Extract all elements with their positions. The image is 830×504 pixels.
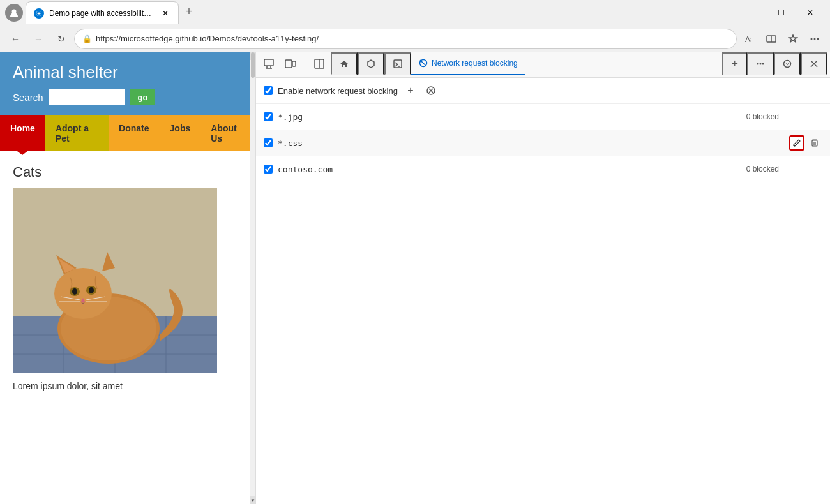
profile-icon[interactable] <box>5 4 23 22</box>
blocking-header: Enable network request blocking + <box>256 78 830 104</box>
address-text: https://microsoftedge.github.io/Demos/de… <box>96 34 728 43</box>
svg-point-45 <box>757 63 759 65</box>
devtools-tabs: Network request blocking + ? <box>331 52 827 77</box>
pattern-status-jpg: 0 blocked <box>746 112 779 121</box>
pattern-text-contoso: contoso.com <box>278 165 741 174</box>
tab-network-request-blocking[interactable]: Network request blocking <box>411 52 525 75</box>
search-input[interactable] <box>49 89 125 105</box>
site-title: Animal shelter <box>13 63 243 82</box>
nav-item-home[interactable]: Home <box>0 115 45 151</box>
svg-rect-31 <box>264 59 273 66</box>
svg-line-41 <box>395 64 398 66</box>
titlebar-left: Demo page with accessibility iss... ✕ + <box>5 1 734 24</box>
pattern-actions-css <box>789 135 822 151</box>
browser-window: Demo page with accessibility iss... ✕ + … <box>0 0 830 504</box>
refresh-button[interactable]: ↻ <box>51 29 72 49</box>
window-controls: — ☐ ✕ <box>737 3 825 23</box>
maximize-button[interactable]: ☐ <box>766 3 796 23</box>
svg-text:Aᵢ: Aᵢ <box>745 35 751 44</box>
close-devtools-button[interactable] <box>801 52 827 75</box>
split-view-button[interactable] <box>309 52 329 75</box>
scrollbar-thumb[interactable] <box>251 52 255 78</box>
pattern-text-jpg: *.jpg <box>278 112 741 122</box>
more-tabs-button[interactable] <box>747 52 774 75</box>
tab-title: Demo page with accessibility iss... <box>49 9 155 18</box>
svg-rect-61 <box>812 140 817 146</box>
forward-button[interactable]: → <box>28 29 49 49</box>
help-button[interactable]: ? <box>774 52 801 75</box>
read-aloud-icon[interactable]: Aᵢ <box>739 29 760 49</box>
clear-patterns-button[interactable] <box>423 83 439 98</box>
nav-item-jobs[interactable]: Jobs <box>160 115 201 151</box>
inspect-element-button[interactable] <box>259 52 279 75</box>
devtools-panel: Network request blocking + ? <box>255 52 830 504</box>
scrollbar[interactable]: ▲ ▼ <box>250 52 255 504</box>
delete-pattern-css-button[interactable] <box>807 135 822 151</box>
cats-title: Cats <box>13 164 243 181</box>
pattern-checkbox-css[interactable] <box>264 138 273 147</box>
svg-text:?: ? <box>786 61 789 68</box>
site-header: Animal shelter Search go <box>0 52 255 115</box>
add-pattern-button[interactable]: + <box>403 83 418 98</box>
lock-icon: 🔒 <box>82 34 92 43</box>
nav-item-adopt[interactable]: Adopt a Pet <box>45 115 109 151</box>
svg-rect-39 <box>394 60 402 68</box>
browser-tab[interactable]: Demo page with accessibility iss... ✕ <box>26 1 179 24</box>
tab-favicon <box>34 8 44 19</box>
edit-pattern-contoso-button[interactable] <box>789 161 804 177</box>
address-box[interactable]: 🔒 https://microsoftedge.github.io/Demos/… <box>74 29 737 49</box>
nav-menu: Home Adopt a Pet Donate Jobs About Us <box>0 115 255 151</box>
svg-point-5 <box>811 38 813 40</box>
tab-elements[interactable] <box>358 52 384 75</box>
svg-point-24 <box>72 288 77 295</box>
enable-blocking-label: Enable network request blocking <box>278 86 398 96</box>
blocking-row-jpg: *.jpg 0 blocked <box>256 104 830 130</box>
blocking-row-css: *.css <box>256 130 830 156</box>
edit-pattern-jpg-button[interactable] <box>789 109 804 124</box>
back-button[interactable]: ← <box>5 29 26 49</box>
search-label: Search <box>13 92 43 103</box>
delete-pattern-contoso-button[interactable] <box>807 161 822 177</box>
page-content: Cats <box>0 151 255 404</box>
pattern-text-css: *.css <box>278 138 774 148</box>
scroll-down-arrow[interactable]: ▼ <box>250 496 255 504</box>
favorites-icon[interactable] <box>783 29 803 49</box>
svg-point-47 <box>762 63 764 65</box>
minimize-button[interactable]: — <box>737 3 766 23</box>
blocking-row-contoso: contoso.com 0 blocked <box>256 156 830 182</box>
devtools-toolbar: Network request blocking + ? <box>256 52 830 78</box>
nav-item-about[interactable]: About Us <box>200 115 255 151</box>
new-tab-button[interactable]: + <box>179 1 199 22</box>
device-emulation-button[interactable] <box>280 52 301 75</box>
pattern-status-contoso: 0 blocked <box>746 165 779 174</box>
tab-network-request-blocking-label: Network request blocking <box>432 59 518 68</box>
delete-pattern-jpg-button[interactable] <box>807 109 822 124</box>
lorem-text: Lorem ipsum dolor, sit amet <box>13 381 243 391</box>
webpage-panel: Animal shelter Search go Home Adopt a Pe… <box>0 52 255 504</box>
edit-pattern-css-button[interactable] <box>789 135 804 151</box>
svg-point-25 <box>89 287 94 293</box>
go-button[interactable]: go <box>130 89 156 105</box>
close-button[interactable]: ✕ <box>796 3 825 23</box>
tab-console[interactable] <box>384 52 411 75</box>
more-options-icon[interactable] <box>804 29 825 49</box>
enable-blocking-checkbox[interactable] <box>264 86 273 95</box>
cat-svg <box>13 188 217 373</box>
main-area: Animal shelter Search go Home Adopt a Pe… <box>0 52 830 504</box>
pattern-checkbox-contoso[interactable] <box>264 165 273 174</box>
nav-item-donate[interactable]: Donate <box>109 115 159 151</box>
toolbar-separator-1 <box>305 56 305 73</box>
add-tab-button[interactable]: + <box>722 52 747 75</box>
svg-rect-36 <box>292 61 296 66</box>
svg-point-18 <box>54 268 112 319</box>
split-screen-icon[interactable] <box>761 29 781 49</box>
pattern-checkbox-jpg[interactable] <box>264 112 273 121</box>
titlebar: Demo page with accessibility iss... ✕ + … <box>0 0 830 26</box>
addressbar: ← → ↻ 🔒 https://microsoftedge.github.io/… <box>0 26 830 52</box>
svg-point-6 <box>814 38 816 40</box>
devtools-content: Enable network request blocking + *.jpg … <box>256 78 830 504</box>
tab-home[interactable] <box>331 52 358 75</box>
tab-close-button[interactable]: ✕ <box>160 8 170 19</box>
tab-bar: Demo page with accessibility iss... ✕ + <box>26 1 734 24</box>
cat-image <box>13 188 217 373</box>
